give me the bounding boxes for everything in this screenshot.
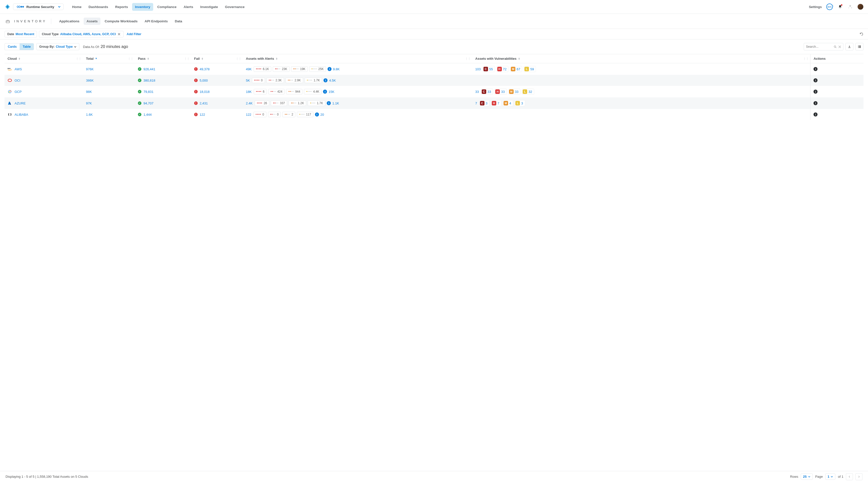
alerts-total-link[interactable]: 18K bbox=[246, 90, 252, 94]
th-total[interactable]: Total▼⋮⋮ bbox=[83, 54, 135, 63]
row-info-button[interactable]: i bbox=[813, 78, 817, 82]
fail-link[interactable]: 122 bbox=[200, 113, 205, 117]
alerts-total-link[interactable]: 49K bbox=[246, 67, 252, 71]
alert-pill-medium[interactable]: ••••944 bbox=[286, 89, 302, 94]
pass-link[interactable]: 1,444 bbox=[144, 113, 152, 117]
total-link[interactable]: 1.6K bbox=[86, 113, 93, 117]
alert-pill-low[interactable]: ••••117 bbox=[297, 112, 313, 117]
drag-handle-icon[interactable]: ⋮⋮ bbox=[184, 57, 190, 60]
sev-medium-pill[interactable]: M4 bbox=[503, 100, 513, 106]
alert-pill-critical[interactable]: ••••26 bbox=[255, 100, 270, 106]
row-info-button[interactable]: i bbox=[813, 90, 817, 94]
th-pass[interactable]: Pass▲▼⋮⋮ bbox=[135, 54, 191, 63]
pass-link[interactable]: 926,441 bbox=[144, 67, 155, 71]
row-info-button[interactable]: i bbox=[813, 101, 817, 105]
search-box[interactable] bbox=[804, 43, 843, 51]
th-cloud[interactable]: Cloud▲▼⋮⋮ bbox=[4, 54, 83, 63]
sev-low-pill[interactable]: L32 bbox=[522, 89, 534, 95]
alert-pill-medium[interactable]: ••••1.2K bbox=[288, 100, 306, 106]
user-avatar[interactable] bbox=[858, 4, 864, 10]
cloud-link[interactable]: GCP bbox=[14, 90, 22, 94]
sparkle-icon[interactable] bbox=[847, 4, 853, 9]
view-cards[interactable]: Cards bbox=[5, 43, 20, 50]
sev-critical-pill[interactable]: C33 bbox=[481, 89, 493, 95]
module-selector[interactable]: Runtime Security bbox=[13, 3, 64, 10]
nav-dashboards[interactable]: Dashboards bbox=[86, 3, 111, 11]
alert-pill-critical[interactable]: ••••6 bbox=[254, 89, 267, 94]
sev-critical-pill[interactable]: C55 bbox=[483, 66, 495, 72]
settings-link[interactable]: Settings bbox=[809, 5, 822, 9]
alert-pill-high[interactable]: ••••0 bbox=[268, 112, 281, 117]
cloud-link[interactable]: AZURE bbox=[14, 101, 26, 105]
alert-pill-info[interactable]: i1.1K bbox=[327, 101, 339, 105]
subnav-assets[interactable]: Assets bbox=[84, 18, 100, 25]
alert-pill-info[interactable]: i9.8K bbox=[328, 67, 340, 71]
alert-pill-medium[interactable]: ••••2.9K bbox=[285, 77, 303, 83]
filter-chip-date[interactable]: Date Most Recent bbox=[4, 31, 37, 37]
nav-investigate[interactable]: Investigate bbox=[197, 3, 221, 11]
alert-pill-low[interactable]: ••••4.4K bbox=[304, 89, 321, 94]
cloud-link[interactable]: ALIBABA bbox=[14, 113, 28, 117]
vulns-total-link[interactable]: 103 bbox=[475, 67, 481, 71]
th-alerts[interactable]: Assets with Alerts▲▼⋮⋮ bbox=[243, 54, 472, 63]
alert-pill-high[interactable]: ••••23K bbox=[273, 66, 289, 72]
view-table[interactable]: Table bbox=[20, 43, 34, 50]
alert-pill-high[interactable]: ••••2.3K bbox=[267, 77, 284, 83]
vulns-total-link[interactable]: 7 bbox=[475, 101, 477, 105]
bell-icon[interactable] bbox=[837, 4, 843, 9]
sev-low-pill[interactable]: L3 bbox=[515, 100, 525, 106]
alert-pill-info[interactable]: i20 bbox=[315, 113, 324, 117]
nav-governance[interactable]: Governance bbox=[222, 3, 248, 11]
search-icon[interactable] bbox=[834, 45, 837, 49]
drag-handle-icon[interactable]: ⋮⋮ bbox=[76, 57, 82, 60]
th-fail[interactable]: Fail▲▼⋮⋮ bbox=[191, 54, 243, 63]
total-link[interactable]: 98K bbox=[86, 90, 92, 94]
undo-icon[interactable] bbox=[860, 32, 864, 36]
search-input[interactable] bbox=[806, 44, 833, 49]
alerts-total-link[interactable]: 122 bbox=[246, 113, 251, 117]
th-vulns[interactable]: Assets with Vulnerabilities▲▼⋮⋮ bbox=[472, 54, 810, 63]
drag-handle-icon[interactable]: ⋮⋮ bbox=[128, 57, 133, 60]
subnav-applications[interactable]: Applications bbox=[56, 18, 82, 25]
cloud-link[interactable]: OCI bbox=[14, 78, 20, 82]
sev-low-pill[interactable]: L59 bbox=[524, 66, 536, 72]
clear-search-icon[interactable] bbox=[838, 45, 841, 48]
row-info-button[interactable]: i bbox=[813, 67, 817, 71]
alert-pill-low[interactable]: ••••1.7K bbox=[308, 100, 325, 106]
nav-reports[interactable]: Reports bbox=[112, 3, 131, 11]
subnav-data[interactable]: Data bbox=[172, 18, 185, 25]
alert-pill-critical[interactable]: ••••0 bbox=[253, 112, 267, 117]
close-icon[interactable] bbox=[117, 33, 121, 35]
alert-pill-critical[interactable]: ••••0 bbox=[252, 77, 265, 83]
score-gauge[interactable]: 81% bbox=[826, 3, 833, 10]
drag-handle-icon[interactable]: ⋮⋮ bbox=[803, 57, 809, 60]
pass-link[interactable]: 79,831 bbox=[144, 90, 153, 94]
filter-chip-cloud-type[interactable]: Cloud Type Alibaba Cloud, AWS, Azure, GC… bbox=[39, 31, 124, 37]
fail-link[interactable]: 49,378 bbox=[200, 67, 210, 71]
alert-pill-low[interactable]: ••••25K bbox=[309, 66, 326, 72]
nav-compliance[interactable]: Compliance bbox=[154, 3, 180, 11]
drag-handle-icon[interactable]: ⋮⋮ bbox=[465, 57, 471, 60]
add-filter-button[interactable]: Add Filter bbox=[127, 32, 141, 36]
alerts-total-link[interactable]: 2.4K bbox=[246, 101, 253, 105]
group-by-selector[interactable]: Group By: Cloud Type bbox=[36, 43, 80, 50]
sev-high-pill[interactable]: H33 bbox=[495, 89, 506, 95]
download-button[interactable] bbox=[845, 43, 854, 51]
total-link[interactable]: 386K bbox=[86, 78, 93, 82]
sev-high-pill[interactable]: H7 bbox=[491, 100, 501, 106]
alert-pill-high[interactable]: ••••424 bbox=[268, 89, 285, 94]
alert-pill-info[interactable]: i15K bbox=[323, 90, 334, 94]
fail-link[interactable]: 5,000 bbox=[200, 78, 208, 82]
columns-button[interactable] bbox=[856, 43, 864, 51]
pass-link[interactable]: 380,818 bbox=[144, 78, 155, 82]
alert-pill-critical[interactable]: ••••6.1K bbox=[254, 66, 271, 72]
nav-inventory[interactable]: Inventory bbox=[132, 3, 153, 11]
nav-home[interactable]: Home bbox=[69, 3, 85, 11]
subnav-compute-workloads[interactable]: Compute Workloads bbox=[102, 18, 141, 25]
row-info-button[interactable]: i bbox=[813, 113, 817, 117]
pass-link[interactable]: 94,707 bbox=[144, 101, 153, 105]
sev-medium-pill[interactable]: M67 bbox=[510, 66, 522, 72]
total-link[interactable]: 97K bbox=[86, 101, 92, 105]
sev-high-pill[interactable]: H72 bbox=[497, 66, 508, 72]
sev-medium-pill[interactable]: M33 bbox=[508, 89, 520, 95]
